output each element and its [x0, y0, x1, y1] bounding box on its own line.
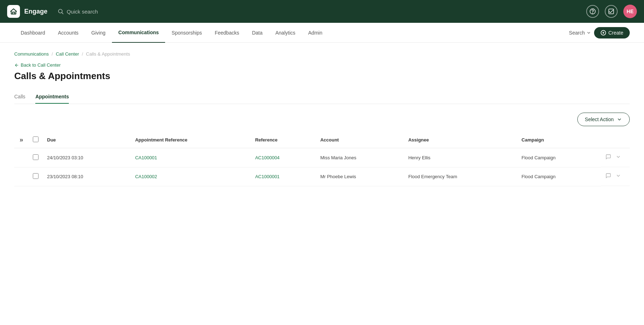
row1-expand — [14, 148, 29, 167]
row2-message-icon[interactable] — [605, 173, 611, 180]
message-icon — [605, 173, 611, 179]
svg-point-0 — [58, 9, 62, 13]
back-link-label: Back to Call Center — [21, 62, 61, 68]
help-button[interactable] — [586, 5, 599, 18]
expand-header: » — [14, 132, 29, 148]
nav-communications[interactable]: Communications — [112, 23, 165, 43]
chevron-down-icon — [615, 173, 621, 179]
row1-due: 24/10/2023 03:10 — [43, 148, 131, 167]
app-title: Engage — [24, 8, 47, 15]
row2-select-checkbox[interactable] — [33, 173, 39, 179]
row1-message-icon[interactable] — [605, 154, 611, 161]
reference-header: Reference — [251, 132, 316, 148]
table-container: » Due Appointment Reference Reference Ac… — [14, 132, 630, 186]
row1-reference[interactable]: AC1000004 — [251, 148, 316, 167]
search-icon — [57, 8, 64, 15]
campaign-header: Campaign — [517, 132, 601, 148]
nav-giving[interactable]: Giving — [85, 23, 112, 43]
row2-checkbox — [29, 167, 43, 186]
select-action-button[interactable]: Select Action — [577, 113, 630, 126]
row1-checkbox — [29, 148, 43, 167]
row1-account: Miss Maria Jones — [316, 148, 404, 167]
chevron-down-icon — [615, 154, 621, 160]
search-nav-label: Search — [569, 30, 585, 36]
select-all-checkbox[interactable] — [33, 136, 39, 142]
row2-campaign: Flood Campaign — [517, 167, 601, 186]
svg-rect-4 — [609, 9, 614, 14]
table-header-row: » Due Appointment Reference Reference Ac… — [14, 132, 630, 148]
tabs: Calls Appointments — [14, 90, 630, 104]
row1-select-checkbox[interactable] — [33, 154, 39, 160]
app-logo[interactable] — [7, 5, 20, 18]
assignee-header: Assignee — [404, 132, 517, 148]
page-content: Communications / Call Center / Calls & A… — [0, 43, 644, 325]
tab-calls[interactable]: Calls — [14, 90, 25, 104]
breadcrumb-sep-2: / — [82, 51, 83, 57]
nav-admin[interactable]: Admin — [302, 23, 329, 43]
search-nav-button[interactable]: Search — [569, 30, 591, 36]
row1-assignee: Henry Ellis — [404, 148, 517, 167]
breadcrumb: Communications / Call Center / Calls & A… — [14, 51, 630, 57]
row1-expand-icon[interactable] — [615, 154, 621, 161]
expand-all-toggle[interactable]: » — [19, 136, 24, 144]
row2-appointment-reference[interactable]: CA100002 — [131, 167, 251, 186]
row2-actions — [601, 167, 630, 186]
table-row: 23/10/2023 08:10 CA100002 AC1000001 Mr P… — [14, 167, 630, 186]
appointments-table: » Due Appointment Reference Reference Ac… — [14, 132, 630, 186]
row2-due: 23/10/2023 08:10 — [43, 167, 131, 186]
row1-appointment-reference[interactable]: CA100001 — [131, 148, 251, 167]
chevron-down-icon — [586, 30, 591, 35]
svg-line-1 — [62, 12, 63, 14]
action-bar: Select Action — [14, 113, 630, 126]
row2-expand — [14, 167, 29, 186]
row1-actions — [601, 148, 630, 167]
quick-search-trigger[interactable]: Quick search — [57, 8, 98, 15]
tasks-button[interactable] — [605, 5, 618, 18]
row2-expand-icon[interactable] — [615, 173, 621, 180]
top-bar: Engage Quick search HE — [0, 0, 644, 23]
breadcrumb-communications[interactable]: Communications — [14, 51, 49, 57]
checkbox-header — [29, 132, 43, 148]
nav-accounts[interactable]: Accounts — [52, 23, 85, 43]
secondary-nav: Dashboard Accounts Giving Communications… — [0, 23, 644, 43]
page-title: Calls & Appointments — [14, 71, 630, 82]
table-row: 24/10/2023 03:10 CA100001 AC1000004 Miss… — [14, 148, 630, 167]
select-action-label: Select Action — [585, 117, 614, 122]
plus-icon — [600, 30, 606, 36]
nav-sponsorships[interactable]: Sponsorships — [165, 23, 208, 43]
breadcrumb-sep-1: / — [52, 51, 53, 57]
tab-appointments[interactable]: Appointments — [35, 90, 69, 104]
breadcrumb-current: Calls & Appointments — [86, 51, 130, 57]
nav-right-actions: Search Create — [569, 27, 630, 38]
row1-campaign: Flood Campaign — [517, 148, 601, 167]
due-header: Due — [43, 132, 131, 148]
chevron-down-icon — [617, 117, 622, 122]
breadcrumb-call-center[interactable]: Call Center — [56, 51, 79, 57]
checkmark-icon — [608, 8, 614, 15]
row2-account: Mr Phoebe Lewis — [316, 167, 404, 186]
quick-search-label: Quick search — [67, 9, 98, 15]
question-mark-icon — [589, 8, 596, 15]
nav-data[interactable]: Data — [246, 23, 269, 43]
message-icon — [605, 154, 611, 160]
svg-point-3 — [593, 13, 593, 14]
back-link[interactable]: Back to Call Center — [14, 62, 630, 68]
row2-assignee: Flood Emergency Team — [404, 167, 517, 186]
appointment-reference-header: Appointment Reference — [131, 132, 251, 148]
create-button-label: Create — [608, 30, 623, 36]
arrow-left-icon — [14, 63, 19, 68]
avatar[interactable]: HE — [623, 5, 637, 18]
nav-analytics[interactable]: Analytics — [269, 23, 302, 43]
account-header: Account — [316, 132, 404, 148]
row-actions-header — [601, 132, 630, 148]
row2-reference[interactable]: AC1000001 — [251, 167, 316, 186]
create-button[interactable]: Create — [594, 27, 630, 38]
nav-feedbacks[interactable]: Feedbacks — [208, 23, 245, 43]
nav-dashboard[interactable]: Dashboard — [14, 23, 52, 43]
top-bar-right: HE — [586, 5, 637, 18]
